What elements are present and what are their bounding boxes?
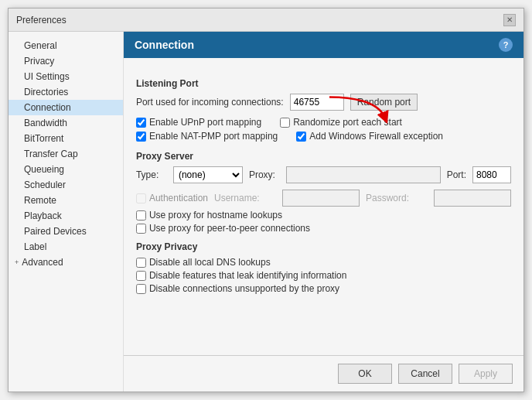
listening-port-title: Listening Port [136,78,511,89]
disable-dns-row: Disable all local DNS lookups [136,257,511,268]
content-header: Connection ? [124,32,523,58]
port-row: Port used for incoming connections: Rand… [136,94,511,111]
window-title: Preferences [16,15,66,26]
use-proxy-hostname-row: Use proxy for hostname lookups [136,210,511,221]
proxy-type-row: Type: (none) HTTP SOCKS4 SOCKS5 Proxy: P… [136,166,511,183]
proxy-server-title: Proxy Server [136,151,511,162]
disable-leak-row: Disable features that leak identifying i… [136,270,511,281]
sidebar-item-ui-settings[interactable]: UI Settings [9,69,123,84]
proxy-privacy-title: Proxy Privacy [136,241,511,252]
disable-leak-checkbox[interactable]: Disable features that leak identifying i… [136,270,511,281]
sidebar-item-general[interactable]: General [9,38,123,53]
disable-unsupported-row: Disable connections unsupported by the p… [136,283,511,294]
window-body: General Privacy UI Settings Directories … [9,32,523,391]
listening-port-section: Listening Port Port used for incoming co… [136,78,511,142]
ok-button[interactable]: OK [338,364,392,384]
sidebar-item-bittorrent[interactable]: BitTorrent [9,131,123,146]
random-port-button[interactable]: Random port [350,94,418,111]
sidebar-item-privacy[interactable]: Privacy [9,53,123,69]
cancel-button[interactable]: Cancel [398,364,452,384]
content-title: Connection [135,39,194,51]
sidebar-item-transfer-cap[interactable]: Transfer Cap [9,146,123,162]
close-button[interactable]: ✕ [503,14,516,26]
help-button[interactable]: ? [499,38,513,52]
add-firewall-checkbox[interactable]: Add Windows Firewall exception [296,131,443,142]
content-area: Connection ? Listening Port [124,32,523,391]
sidebar-item-queueing[interactable]: Queueing [9,162,123,177]
username-label: Username: [214,193,276,203]
password-label: Password: [366,193,428,203]
proxy-privacy-section: Proxy Privacy Disable all local DNS look… [136,241,511,294]
proxy-type-label: Type: [136,169,167,180]
use-proxy-p2p-checkbox[interactable]: Use proxy for peer-to-peer connections [136,223,511,234]
checkboxes-row-2: Enable NAT-PMP port mapping Add Windows … [136,131,511,142]
use-proxy-hostname-checkbox[interactable]: Use proxy for hostname lookups [136,210,511,221]
proxy-address-label: Proxy: [249,169,280,180]
auth-row: Authentication Username: Password: [136,190,511,207]
apply-button[interactable]: Apply [459,364,513,384]
port-label: Port used for incoming connections: [136,97,284,108]
content-body: Listening Port Port used for incoming co… [124,58,523,355]
sidebar-item-directories[interactable]: Directories [9,84,123,100]
sidebar-item-remote[interactable]: Remote [9,193,123,208]
proxy-port-input[interactable] [472,166,511,183]
sidebar-item-paired-devices[interactable]: Paired Devices [9,224,123,239]
proxy-port-label: Port: [447,169,466,180]
proxy-address-input[interactable] [286,166,441,183]
enable-upnp-checkbox[interactable]: Enable UPnP port mapping [136,117,261,128]
sidebar-item-scheduler[interactable]: Scheduler [9,177,123,193]
sidebar-item-connection[interactable]: Connection [9,100,123,115]
sidebar-item-advanced[interactable]: + Advanced [9,255,123,270]
enable-nat-checkbox[interactable]: Enable NAT-PMP port mapping [136,131,278,142]
password-input[interactable] [434,190,511,207]
proxy-server-section: Proxy Server Type: (none) HTTP SOCKS4 SO… [136,151,511,234]
title-bar: Preferences ✕ [9,9,523,32]
port-input[interactable] [290,94,344,111]
proxy-type-select[interactable]: (none) HTTP SOCKS4 SOCKS5 [173,166,243,183]
randomize-port-checkbox[interactable]: Randomize port each start [280,117,402,128]
username-input[interactable] [282,190,360,207]
preferences-window: Preferences ✕ General Privacy UI Setting… [8,8,524,392]
sidebar-item-bandwidth[interactable]: Bandwidth [9,115,123,131]
title-bar-controls: ✕ [503,14,516,26]
checkboxes-row-1: Enable UPnP port mapping Randomize port … [136,117,511,128]
disable-unsupported-checkbox[interactable]: Disable connections unsupported by the p… [136,283,511,294]
expand-icon: + [15,258,19,266]
sidebar-item-label[interactable]: Label [9,239,123,255]
disable-dns-checkbox[interactable]: Disable all local DNS lookups [136,257,511,268]
footer: OK Cancel Apply [124,355,523,391]
use-proxy-p2p-row: Use proxy for peer-to-peer connections [136,223,511,234]
auth-checkbox[interactable]: Authentication [136,193,208,203]
sidebar-item-playback[interactable]: Playback [9,208,123,224]
sidebar: General Privacy UI Settings Directories … [9,32,124,391]
